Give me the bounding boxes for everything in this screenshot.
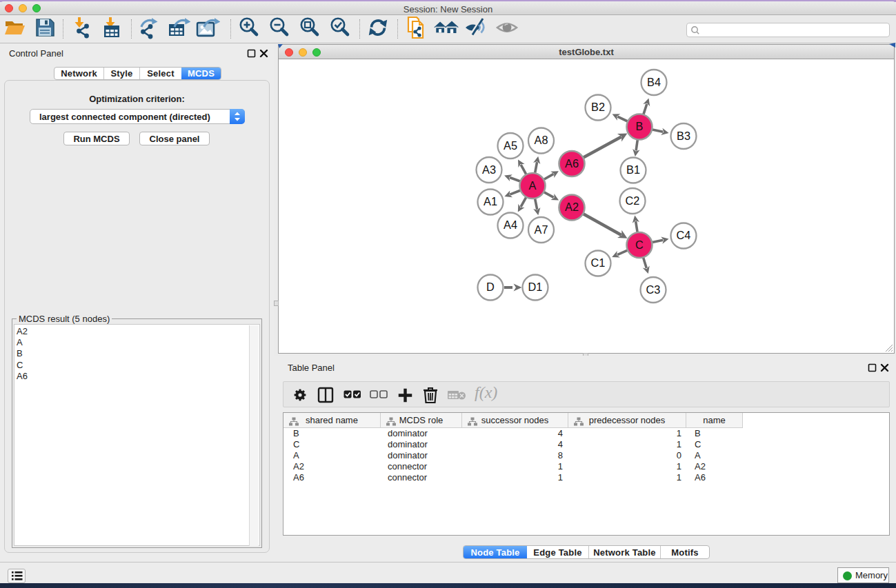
svg-text:B4: B4 [647, 76, 661, 88]
svg-text:C1: C1 [591, 256, 606, 269]
svg-text:B2: B2 [591, 101, 605, 113]
svg-text:A2: A2 [565, 201, 579, 213]
svg-text:B: B [636, 120, 644, 132]
svg-text:C4: C4 [677, 229, 691, 241]
svg-text:A8: A8 [535, 134, 548, 146]
svg-text:A4: A4 [504, 219, 517, 231]
svg-text:B1: B1 [626, 163, 640, 176]
svg-text:A6: A6 [565, 157, 579, 170]
svg-text:A1: A1 [484, 195, 497, 207]
svg-text:C: C [635, 239, 644, 251]
svg-text:C2: C2 [626, 194, 640, 207]
svg-text:C3: C3 [646, 283, 661, 296]
svg-text:A3: A3 [482, 163, 496, 176]
svg-text:A5: A5 [504, 139, 517, 152]
svg-text:A: A [529, 179, 537, 192]
svg-text:B3: B3 [677, 130, 690, 142]
svg-text:A7: A7 [535, 223, 548, 236]
svg-text:D1: D1 [528, 281, 543, 293]
svg-text:D: D [486, 281, 495, 293]
